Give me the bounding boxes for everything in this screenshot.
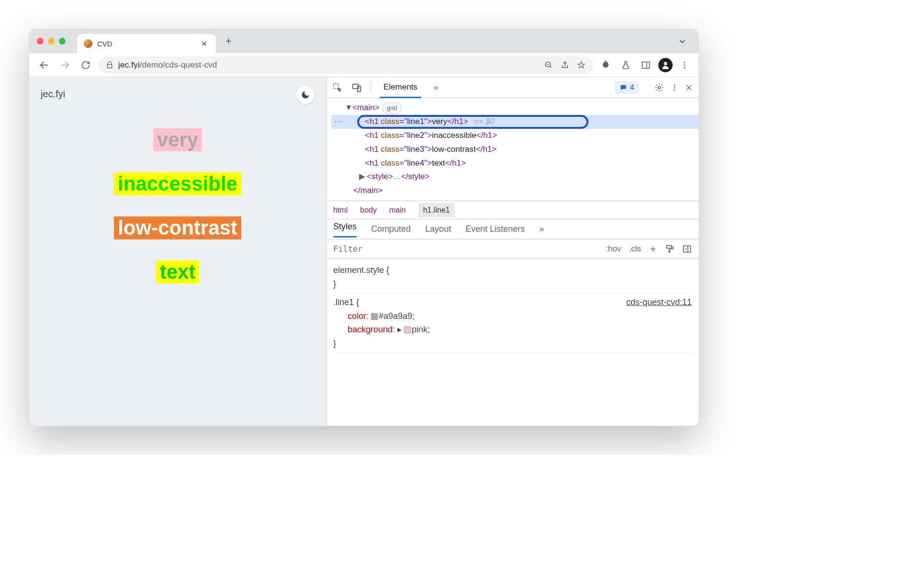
devtools-panel: Elements » 4 ▼<main>grid ⋯ <h1 class="l xyxy=(326,77,699,426)
svg-rect-13 xyxy=(666,245,671,248)
issues-button[interactable]: 4 xyxy=(615,81,639,94)
dom-main-open[interactable]: ▼<main>grid xyxy=(331,101,699,115)
svg-point-5 xyxy=(684,67,686,68)
class-toggle[interactable]: .cls xyxy=(629,244,642,254)
styles-filter-input[interactable] xyxy=(327,244,599,254)
demo-content: very inaccessible low-contrast text xyxy=(41,128,315,283)
minimize-window-button[interactable] xyxy=(48,38,55,45)
settings-button[interactable] xyxy=(654,83,664,92)
tab-elements[interactable]: Elements xyxy=(380,78,421,98)
styles-pane[interactable]: element.style { } .line1 {cds-quest-cvd:… xyxy=(327,259,699,356)
kebab-icon xyxy=(671,84,678,91)
new-tab-button[interactable]: + xyxy=(221,35,237,47)
source-link[interactable]: cds-quest-cvd:11 xyxy=(626,295,692,309)
devtools-toolbar: Elements » 4 xyxy=(327,77,699,98)
panel-icon xyxy=(641,60,651,70)
url-text: jec.fyi/demo/cds-quest-cvd xyxy=(118,60,217,70)
svg-point-2 xyxy=(664,62,667,65)
inspect-icon xyxy=(332,82,343,93)
line3-heading: low-contrast xyxy=(114,216,241,239)
dom-tree[interactable]: ▼<main>grid ⋯ <h1 class="line1">very</h1… xyxy=(327,98,699,201)
inspect-button[interactable] xyxy=(332,82,343,93)
breadcrumbs: html body main h1.line1 xyxy=(327,201,699,219)
panel-right-icon xyxy=(682,244,692,254)
dom-h1-line2[interactable]: <h1 class="line2">inaccessible</h1> xyxy=(331,129,699,143)
crumb-main[interactable]: main xyxy=(389,206,406,215)
devices-icon xyxy=(351,82,362,93)
styles-filter-bar: :hov .cls xyxy=(327,239,699,259)
svg-point-11 xyxy=(674,87,676,88)
tab-dropdown-button[interactable] xyxy=(674,37,691,45)
tab-more[interactable]: » xyxy=(430,78,442,97)
svg-point-10 xyxy=(674,85,676,86)
window-controls xyxy=(37,38,66,45)
dom-style[interactable]: ▶<style>…</style> xyxy=(331,170,699,184)
tab-styles[interactable]: Styles xyxy=(333,222,357,238)
crumb-html[interactable]: html xyxy=(333,206,348,215)
tab-strip: CVD ✕ + xyxy=(29,29,699,53)
line4-heading: text xyxy=(156,260,200,283)
close-window-button[interactable] xyxy=(37,38,44,45)
plus-icon xyxy=(649,245,657,253)
color-swatch-icon[interactable] xyxy=(404,327,411,333)
computed-panel-button[interactable] xyxy=(682,244,692,254)
address-bar[interactable]: jec.fyi/demo/cds-quest-cvd xyxy=(98,57,593,74)
theme-toggle-button[interactable] xyxy=(296,86,315,104)
color-swatch-icon[interactable] xyxy=(371,313,378,320)
svg-rect-15 xyxy=(684,246,691,252)
paint-button[interactable] xyxy=(665,244,675,254)
dom-h1-line1[interactable]: ⋯ <h1 class="line1">very</h1>== $0 xyxy=(331,115,699,129)
flask-icon xyxy=(621,60,631,70)
labs-button[interactable] xyxy=(618,57,633,73)
share-icon[interactable] xyxy=(561,61,569,69)
favicon-icon xyxy=(84,39,92,48)
svg-rect-14 xyxy=(669,250,670,252)
crumb-body[interactable]: body xyxy=(360,206,377,215)
content-area: jec.fyi very inaccessible low-contrast t… xyxy=(29,77,699,426)
close-tab-button[interactable]: ✕ xyxy=(199,39,209,48)
new-rule-button[interactable] xyxy=(649,245,657,253)
reload-button[interactable] xyxy=(78,57,93,73)
puzzle-icon xyxy=(601,60,610,70)
svg-point-3 xyxy=(684,62,686,63)
user-icon xyxy=(661,60,670,70)
styles-tabs: Styles Computed Layout Event Listeners » xyxy=(327,219,699,239)
chat-icon xyxy=(620,84,627,91)
svg-point-9 xyxy=(658,86,661,89)
forward-button[interactable] xyxy=(57,57,73,73)
browser-tab[interactable]: CVD ✕ xyxy=(77,34,216,53)
tab-layout[interactable]: Layout xyxy=(425,224,451,234)
bookmark-icon[interactable] xyxy=(577,61,586,69)
dom-main-close[interactable]: </main> xyxy=(331,184,699,198)
close-devtools-button[interactable] xyxy=(685,84,693,91)
line2-heading: inaccessible xyxy=(114,172,241,195)
profile-button[interactable] xyxy=(658,58,673,72)
dom-h1-line3[interactable]: <h1 class="line3">low-contrast</h1> xyxy=(331,143,699,157)
line1-rule[interactable]: .line1 {cds-quest-cvd:11 color: #a9a9a9;… xyxy=(333,294,692,353)
chevron-down-icon xyxy=(678,37,686,45)
browser-window: CVD ✕ + jec.fyi/demo/cds-quest-cvd xyxy=(29,29,699,426)
moon-icon xyxy=(301,90,310,100)
svg-point-4 xyxy=(684,64,686,66)
devtools-menu-button[interactable] xyxy=(671,84,678,91)
toolbar: jec.fyi/demo/cds-quest-cvd xyxy=(29,53,699,77)
crumb-h1[interactable]: h1.line1 xyxy=(418,203,455,217)
back-button[interactable] xyxy=(36,57,52,73)
element-style-rule[interactable]: element.style { } xyxy=(333,261,692,294)
tab-eventlisteners[interactable]: Event Listeners xyxy=(465,224,525,234)
menu-button[interactable] xyxy=(677,58,692,72)
extensions-button[interactable] xyxy=(598,57,613,73)
side-panel-button[interactable] xyxy=(638,57,654,73)
selection-ring xyxy=(357,115,588,129)
maximize-window-button[interactable] xyxy=(59,38,66,45)
row-actions-icon[interactable]: ⋯ xyxy=(334,115,343,129)
hover-toggle[interactable]: :hov xyxy=(606,244,621,254)
dom-h1-line4[interactable]: <h1 class="line4">text</h1> xyxy=(331,157,699,170)
reload-icon xyxy=(81,60,90,70)
device-toggle-button[interactable] xyxy=(351,82,362,93)
tab-computed[interactable]: Computed xyxy=(371,224,411,234)
zoom-icon[interactable] xyxy=(544,61,553,69)
page-brand: jec.fyi xyxy=(41,89,315,100)
gear-icon xyxy=(654,83,664,92)
styles-more[interactable]: » xyxy=(539,224,544,234)
